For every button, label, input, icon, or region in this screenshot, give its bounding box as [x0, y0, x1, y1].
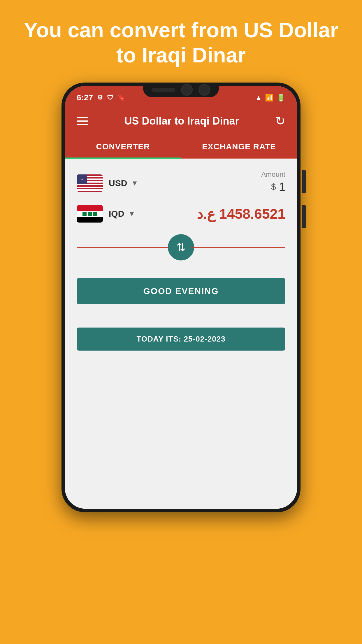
tab-exchange-rate[interactable]: EXCHANGE RATE [181, 136, 297, 158]
battery-icon: 🔋 [277, 94, 285, 102]
tab-converter[interactable]: CONVERTER [65, 136, 181, 158]
to-currency-code: IQD [109, 209, 124, 219]
usd-flag: ★ [77, 174, 103, 192]
iqd-flag [77, 205, 103, 223]
converter-content: ★ USD ▼ Amount $ 1 [65, 159, 297, 509]
top-headline: You can convert from US Dollar to Iraqi … [0, 0, 362, 83]
phone-notch [143, 83, 219, 97]
notch-camera [181, 84, 193, 96]
result-section: 1458.6521 ع.د [144, 206, 285, 222]
notch-camera-2 [198, 84, 210, 96]
to-currency-row: IQD ▼ 1458.6521 ع.د [77, 205, 285, 223]
from-currency-code: USD [109, 178, 127, 188]
bookmark-icon: 🔖 [117, 94, 125, 102]
phone-frame: 6:27 ⚙ 🛡 🔖 ▲ 📶 🔋 US Dollar t [61, 83, 301, 512]
app-bar: US Dollar to Iraqi Dinar ↻ [65, 106, 297, 136]
result-value: 1458.6521 ع.د [144, 206, 285, 222]
from-currency-symbol: $ [271, 182, 276, 192]
phone-side-button-2 [302, 205, 306, 228]
from-currency-row: ★ USD ▼ Amount $ 1 [77, 170, 285, 196]
signal-icon: 📶 [265, 94, 274, 102]
amount-label: Amount [147, 170, 285, 178]
tab-bar: CONVERTER EXCHANGE RATE [65, 136, 297, 159]
divider-right [191, 247, 285, 248]
app-title: US Dollar to Iraqi Dinar [124, 115, 239, 127]
divider-left [77, 247, 171, 248]
status-time: 6:27 [77, 93, 93, 102]
refresh-button[interactable]: ↻ [275, 114, 285, 128]
star-icon: ★ [81, 178, 83, 181]
swap-icon: ⇅ [176, 241, 186, 254]
swap-divider: ⇅ [77, 234, 285, 260]
swap-button[interactable]: ⇅ [168, 234, 194, 260]
wifi-icon: ▲ [255, 94, 262, 102]
date-button[interactable]: TODAY ITS: 25-02-2023 [77, 328, 285, 351]
amount-section: Amount $ 1 [147, 170, 285, 196]
notch-speaker [152, 88, 175, 92]
to-currency-dropdown[interactable]: ▼ [128, 210, 135, 218]
settings-icon: ⚙ [97, 94, 103, 102]
amount-value[interactable]: 1 [279, 180, 285, 193]
menu-button[interactable] [77, 117, 88, 125]
amount-input-row: $ 1 [147, 180, 285, 196]
greeting-button[interactable]: GOOD EVENING [77, 278, 285, 304]
phone-side-button [302, 170, 306, 193]
status-right: ▲ 📶 🔋 [255, 94, 285, 102]
status-left: 6:27 ⚙ 🛡 🔖 [77, 93, 125, 102]
from-currency-dropdown[interactable]: ▼ [131, 179, 138, 187]
phone-mockup: 6:27 ⚙ 🛡 🔖 ▲ 📶 🔋 US Dollar t [56, 83, 306, 644]
phone-screen: 6:27 ⚙ 🛡 🔖 ▲ 📶 🔋 US Dollar t [65, 86, 297, 509]
shield-icon: 🛡 [107, 94, 113, 102]
